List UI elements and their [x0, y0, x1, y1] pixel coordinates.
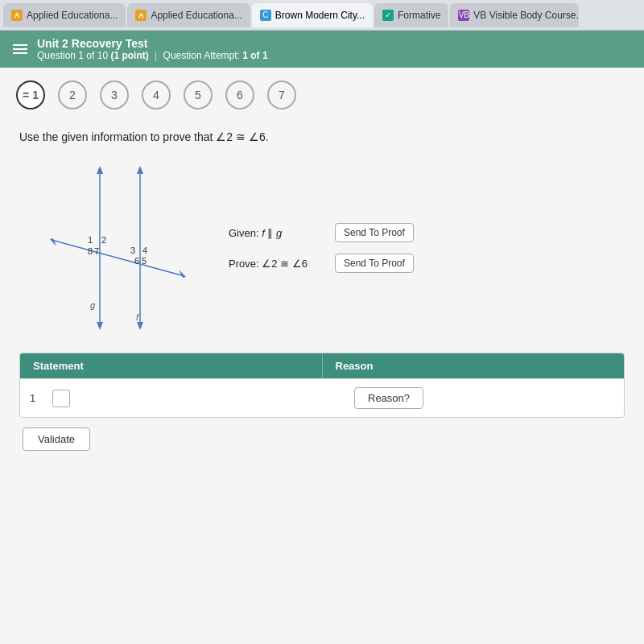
- tab-3[interactable]: C Brown Modern City...: [252, 3, 373, 27]
- tab5-favicon: VB: [458, 10, 469, 21]
- table-row: 1 Reason?: [20, 378, 624, 417]
- reason-column-header: Reason: [322, 353, 625, 378]
- given-label: Given: f ∥ g: [229, 227, 325, 239]
- svg-marker-1: [97, 166, 103, 174]
- svg-text:4: 4: [142, 246, 147, 255]
- quiz-subtitle: Question 1 of 10 (1 point) | Question At…: [37, 50, 268, 61]
- question-points: (1 point): [110, 50, 148, 61]
- tab3-favicon: C: [260, 10, 271, 21]
- given-send-to-proof-button[interactable]: Send To Proof: [335, 223, 414, 242]
- quiz-title: Unit 2 Recovery Test: [37, 37, 268, 50]
- tab-1[interactable]: A Applied Educationa...: [3, 3, 126, 27]
- q-num-3[interactable]: 3: [100, 80, 129, 109]
- hamburger-line3: [13, 52, 27, 54]
- tab2-label: Applied Educationa...: [151, 10, 242, 21]
- given-row: Given: f ∥ g Send To Proof: [229, 223, 414, 242]
- main-content: Unit 2 Recovery Test Question 1 of 10 (1…: [0, 31, 644, 644]
- svg-text:1: 1: [88, 235, 93, 245]
- q-num-7[interactable]: 7: [267, 80, 296, 109]
- proof-table-header: Statement Reason: [20, 353, 624, 378]
- question-navigation: = 1 2 3 4 5 6 7: [0, 68, 644, 122]
- svg-marker-2: [97, 322, 103, 330]
- svg-text:8: 8: [88, 246, 93, 256]
- svg-marker-4: [137, 166, 143, 174]
- tab-2[interactable]: A Applied Educationa...: [127, 3, 250, 27]
- quiz-header: Unit 2 Recovery Test Question 1 of 10 (1…: [0, 31, 644, 68]
- svg-text:6: 6: [134, 256, 139, 266]
- separator: |: [155, 50, 157, 61]
- diagram-row: 1 2 8 7 3 4 6 5 g f Given: f ∥ g: [19, 159, 625, 336]
- tab-4[interactable]: ✓ Formative: [374, 3, 448, 27]
- tab4-label: Formative: [398, 10, 440, 21]
- q-num-5[interactable]: 5: [184, 80, 213, 109]
- geometry-diagram: 1 2 8 7 3 4 6 5 g f: [35, 159, 196, 336]
- statement-checkbox[interactable]: [52, 390, 70, 407]
- prove-label: Prove: ∠2 ≅ ∠6: [229, 258, 325, 270]
- browser-tab-bar: A Applied Educationa... A Applied Educat…: [0, 0, 644, 31]
- svg-text:2: 2: [101, 235, 106, 245]
- tab5-label: VB Visible Body Course...: [473, 10, 579, 21]
- svg-marker-8: [179, 270, 186, 278]
- hamburger-line2: [13, 48, 27, 50]
- svg-marker-5: [137, 322, 143, 330]
- proof-table: Statement Reason 1 Reason?: [19, 353, 625, 418]
- validate-button[interactable]: Validate: [23, 427, 90, 451]
- tab1-label: Applied Educationa...: [27, 10, 118, 21]
- svg-marker-7: [50, 238, 56, 246]
- hamburger-menu[interactable]: [13, 44, 27, 54]
- given-prove-section: Given: f ∥ g Send To Proof Prove: ∠2 ≅ ∠…: [229, 223, 414, 273]
- svg-line-6: [52, 240, 184, 276]
- geometry-svg: 1 2 8 7 3 4 6 5 g f: [35, 159, 196, 336]
- reason-button[interactable]: Reason?: [354, 387, 423, 409]
- attempt-label: Question Attempt:: [163, 50, 240, 61]
- svg-text:g: g: [90, 300, 96, 310]
- question-area: Use the given information to prove that …: [0, 122, 644, 464]
- q-num-6[interactable]: 6: [225, 80, 254, 109]
- tab3-label: Brown Modern City...: [275, 10, 365, 21]
- svg-text:7: 7: [94, 246, 99, 256]
- q-num-4[interactable]: 4: [142, 80, 171, 109]
- svg-text:f: f: [136, 312, 139, 322]
- statement-column-header: Statement: [20, 353, 322, 378]
- tab2-favicon: A: [135, 10, 147, 21]
- q-num-2[interactable]: 2: [58, 80, 87, 109]
- svg-text:5: 5: [142, 256, 147, 266]
- header-text-block: Unit 2 Recovery Test Question 1 of 10 (1…: [37, 37, 268, 61]
- prove-row: Prove: ∠2 ≅ ∠6 Send To Proof: [229, 254, 414, 273]
- question-number: Question 1 of 10: [37, 50, 108, 61]
- tab4-favicon: ✓: [382, 10, 394, 21]
- hamburger-line1: [13, 44, 27, 46]
- statement-cell: [52, 390, 312, 407]
- reason-cell: Reason?: [322, 387, 614, 409]
- tab1-favicon: A: [11, 10, 23, 21]
- prove-send-to-proof-button[interactable]: Send To Proof: [335, 254, 414, 273]
- row-number: 1: [30, 392, 43, 404]
- attempt-value: 1 of 1: [242, 50, 267, 61]
- tab-5[interactable]: VB VB Visible Body Course...: [450, 3, 579, 27]
- svg-text:3: 3: [130, 246, 135, 255]
- question-text: Use the given information to prove that …: [19, 130, 625, 143]
- q-num-1[interactable]: = 1: [16, 80, 45, 109]
